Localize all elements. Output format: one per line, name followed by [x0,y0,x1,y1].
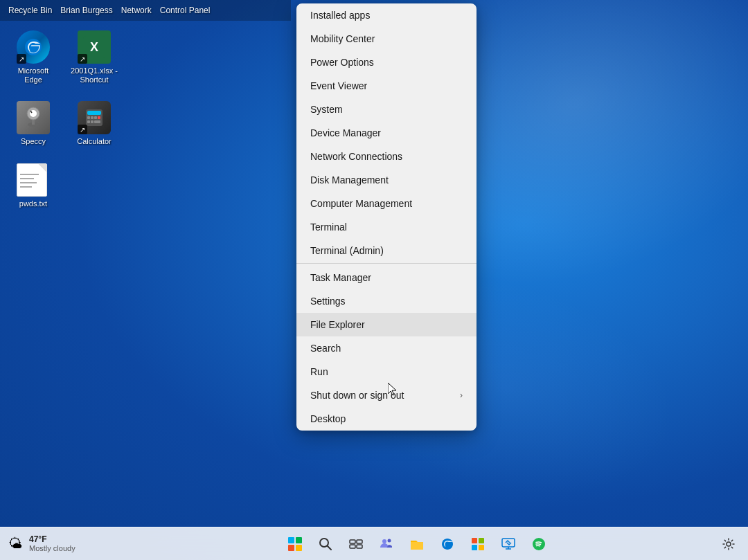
menu-item-desktop[interactable]: Desktop [296,407,477,431]
menu-item-system[interactable]: System [296,98,477,121]
search-icon [319,537,332,551]
network-label[interactable]: Network [121,6,160,15]
edge-taskbar-button[interactable] [434,530,461,558]
menu-item-shut-down[interactable]: Shut down or sign out › [296,383,477,407]
svg-rect-24 [472,538,477,543]
shortcut-arrow-calc: ↗ [78,125,87,134]
menu-item-settings[interactable]: Settings [296,289,477,313]
brian-burgess-label[interactable]: Brian Burgess [60,6,121,15]
tray-settings-button[interactable] [718,533,740,555]
svg-rect-11 [94,116,97,119]
menu-item-task-manager[interactable]: Task Manager [296,265,477,289]
svg-rect-15 [94,120,100,123]
excel-label: 2001Q1.xlsx - Shortcut [69,66,119,84]
shortcut-arrow-edge: ↗ [17,54,26,64]
menu-item-installed-apps[interactable]: Installed apps [296,3,477,27]
shortcut-arrow-excel: ↗ [78,54,87,64]
desktop-icon-excel[interactable]: X ↗ 2001Q1.xlsx - Shortcut [66,26,122,89]
edge-label: Microsoft Edge [8,66,58,84]
menu-item-disk-management[interactable]: Disk Management [296,168,477,192]
menu-item-run[interactable]: Run [296,360,477,383]
svg-rect-19 [357,540,362,543]
menu-item-power-options[interactable]: Power Options [296,51,477,74]
desktop-icon-calculator[interactable]: ↗ Calculator [66,97,122,150]
start-button[interactable] [281,530,309,558]
menu-item-file-explorer[interactable]: File Explorer [296,313,477,336]
svg-point-23 [388,539,391,542]
calculator-label: Calculator [77,137,112,146]
desktop-icon-grid: ↗ Microsoft Edge X ↗ 2001Q1.xlsx - Short… [0,21,127,221]
speccy-icon [17,101,50,134]
desktop-icon-edge[interactable]: ↗ Microsoft Edge [6,26,61,89]
desktop-icon-pwds[interactable]: pwds.txt [6,159,61,213]
menu-item-terminal-admin[interactable]: Terminal (Admin) [296,239,477,264]
menu-item-network-connections[interactable]: Network Connections [296,145,477,168]
taskbar-weather[interactable]: 🌤 47°F Mostly cloudy [0,534,125,554]
svg-text:X: X [90,40,98,54]
svg-rect-20 [350,545,355,548]
store-button[interactable] [464,530,492,558]
menu-item-terminal[interactable]: Terminal [296,215,477,239]
shut-down-submenu-arrow: › [460,390,463,400]
gear-icon [722,538,735,550]
search-button[interactable] [312,530,339,558]
context-menu: Installed apps Mobility Center Power Opt… [296,3,477,431]
windows-logo-icon [288,537,302,551]
svg-rect-26 [472,545,477,550]
svg-rect-18 [350,540,355,543]
teams-button[interactable] [373,530,400,558]
pwds-label: pwds.txt [19,199,47,208]
store-icon [470,536,486,552]
svg-rect-25 [479,538,484,543]
taskbar-tray [709,533,748,555]
svg-rect-9 [87,116,90,119]
menu-item-device-manager[interactable]: Device Manager [296,121,477,145]
svg-rect-21 [357,545,362,548]
edge-taskbar-icon [440,536,455,552]
edge-icon: ↗ [17,30,50,64]
speccy-label: Speccy [21,137,46,146]
svg-rect-14 [91,120,93,123]
spotify-button[interactable] [525,530,553,558]
task-view-button[interactable] [342,530,370,558]
menu-item-mobility-center[interactable]: Mobility Center [296,27,477,51]
desktop-label-bar: Recycle Bin Brian Burgess Network Contro… [0,0,291,21]
svg-point-32 [727,542,731,546]
weather-info: 47°F Mostly cloudy [29,534,75,554]
weather-temp: 47°F [29,534,75,544]
teams-icon [379,536,394,552]
taskbar: 🌤 47°F Mostly cloudy [0,527,748,560]
menu-item-event-viewer[interactable]: Event Viewer [296,74,477,98]
svg-rect-10 [91,116,93,119]
taskbar-center [125,530,709,558]
task-view-icon [349,537,363,551]
svg-point-22 [382,539,386,543]
file-explorer-icon [409,536,425,552]
recycle-bin-label[interactable]: Recycle Bin [8,6,60,15]
weather-description: Mostly cloudy [29,544,75,553]
excel-icon: X ↗ [78,30,111,64]
spotify-icon [531,536,546,552]
svg-rect-8 [87,111,101,115]
control-panel-label[interactable]: Control Panel [160,6,219,15]
txt-icon [17,163,50,197]
svg-point-16 [320,539,328,547]
remote-desktop-button[interactable] [495,530,522,558]
menu-item-computer-management[interactable]: Computer Management [296,192,477,215]
svg-line-17 [328,546,331,550]
svg-rect-28 [502,539,515,547]
weather-icon: 🌤 [8,536,22,552]
desktop-icon-speccy[interactable]: Speccy [6,97,61,150]
svg-rect-13 [87,120,90,123]
svg-rect-12 [98,116,100,119]
calculator-icon: ↗ [78,101,111,134]
file-explorer-button[interactable] [403,530,431,558]
menu-item-search[interactable]: Search [296,336,477,360]
desktop: Recycle Bin Brian Burgess Network Contro… [0,0,748,560]
remote-desktop-icon [501,536,516,552]
svg-rect-27 [479,545,484,550]
